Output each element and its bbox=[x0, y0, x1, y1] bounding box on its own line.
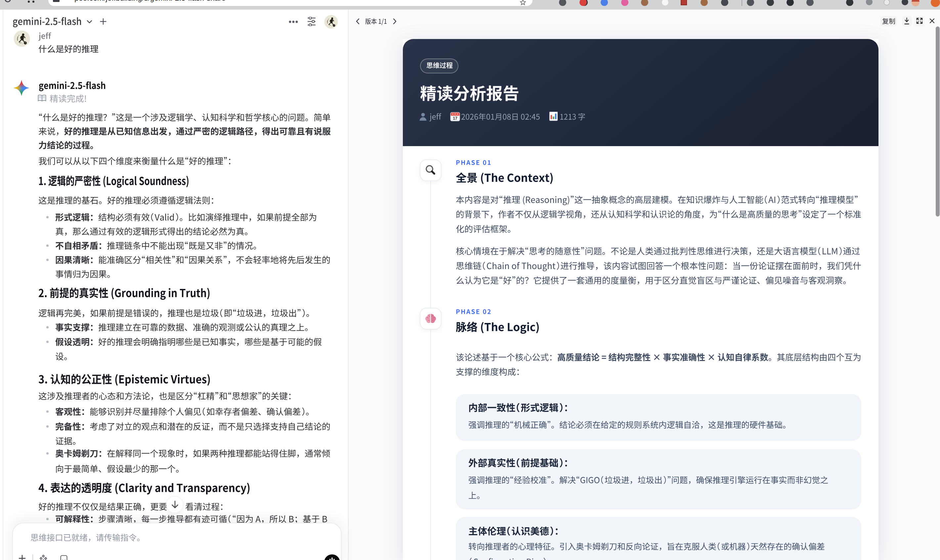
svg-text:poe.com/jeffbuilding/s/gemini-: poe.com/jeffbuilding/s/gemini-2.5-flash-… bbox=[74, 0, 226, 2]
svg-text:17: 17 bbox=[453, 116, 458, 121]
